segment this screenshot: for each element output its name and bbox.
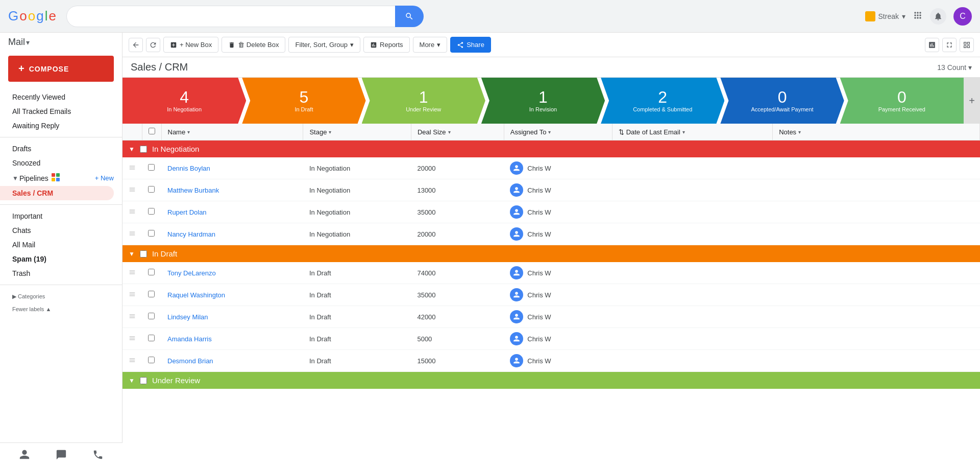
new-pipeline-link[interactable]: + New xyxy=(95,174,114,182)
assigned-sort-icon[interactable]: ▾ xyxy=(548,129,551,135)
row-name[interactable]: Nancy Hardman xyxy=(161,223,303,245)
search-input[interactable] xyxy=(66,6,395,27)
sidebar-item-all-tracked[interactable]: All Tracked Emails xyxy=(0,104,114,119)
row-checkbox-cell[interactable] xyxy=(142,284,161,306)
sidebar-item-spam[interactable]: Spam (19) xyxy=(0,252,114,266)
row-checkbox-cell[interactable] xyxy=(142,306,161,328)
select-all-checkbox[interactable] xyxy=(149,128,155,134)
notifications-icon[interactable] xyxy=(930,8,946,25)
chart-view-icon[interactable] xyxy=(925,38,939,52)
group-row-in-draft-group[interactable]: ▼ In Draft xyxy=(122,245,980,263)
sidebar-item-sales-crm[interactable]: Sales / CRM xyxy=(0,186,114,200)
row-handle[interactable] xyxy=(122,223,142,245)
row-handle[interactable] xyxy=(122,284,142,306)
search-button[interactable] xyxy=(395,6,424,27)
more-button[interactable]: More ▾ xyxy=(413,37,448,53)
pipeline-count[interactable]: 13 Count ▾ xyxy=(937,63,972,72)
row-name[interactable]: Amanda Harris xyxy=(161,328,303,350)
notes-sort-icon[interactable]: ▾ xyxy=(798,129,801,135)
mail-dropdown-icon[interactable]: ▾ xyxy=(26,38,30,46)
table-area[interactable]: Name▾ Stage▾ Deal Size▾ Assigned To▾ ⇅ D… xyxy=(122,124,980,468)
row-checkbox-cell[interactable] xyxy=(142,201,161,223)
user-avatar[interactable]: C xyxy=(953,7,972,26)
group-checkbox[interactable] xyxy=(140,146,147,153)
row-checkbox-cell[interactable] xyxy=(142,157,161,179)
row-name[interactable]: Tony DeLarenzo xyxy=(161,262,303,284)
row-checkbox[interactable] xyxy=(148,269,155,275)
row-handle[interactable] xyxy=(122,328,142,350)
stage-completed-submitted[interactable]: 2 Completed & Submitted xyxy=(601,78,724,124)
apps-icon[interactable] xyxy=(913,10,923,22)
sidebar-item-all-mail[interactable]: All Mail xyxy=(0,238,114,252)
delete-box-button[interactable]: 🗑 Delete Box xyxy=(222,37,285,53)
row-name[interactable]: Lindsey Milan xyxy=(161,306,303,328)
chat-icon[interactable] xyxy=(56,449,67,462)
sidebar-item-awaiting-reply[interactable]: Awaiting Reply xyxy=(0,119,114,133)
row-handle[interactable] xyxy=(122,179,142,201)
group-row-under-review-group[interactable]: ▼ Under Review xyxy=(122,372,980,389)
stage-in-draft[interactable]: 5 In Draft xyxy=(242,78,365,124)
table-row[interactable]: Rupert Dolan In Negotiation 35000 Chris … xyxy=(122,201,980,223)
row-handle[interactable] xyxy=(122,157,142,179)
table-row[interactable]: Raquel Washington In Draft 35000 Chris W xyxy=(122,284,980,306)
filter-button[interactable]: Filter, Sort, Group ▾ xyxy=(288,37,360,53)
phone-icon[interactable] xyxy=(92,449,104,462)
table-row[interactable]: Tony DeLarenzo In Draft 74000 Chris W xyxy=(122,262,980,284)
row-checkbox[interactable] xyxy=(148,291,155,297)
row-handle[interactable] xyxy=(122,350,142,372)
sidebar-item-chats[interactable]: Chats xyxy=(0,223,114,238)
deal-sort-icon[interactable]: ▾ xyxy=(448,129,451,135)
group-chevron[interactable]: ▼ xyxy=(129,146,135,153)
sidebar-item-snoozed[interactable]: Snoozed xyxy=(0,156,114,170)
group-chevron[interactable]: ▼ xyxy=(129,377,135,384)
table-row[interactable]: Amanda Harris In Draft 5000 Chris W xyxy=(122,328,980,350)
sidebar-item-drafts[interactable]: Drafts xyxy=(0,142,114,156)
sidebar-item-important[interactable]: Important xyxy=(0,209,114,223)
compose-button[interactable]: + COMPOSE xyxy=(8,56,114,82)
fewer-labels[interactable]: Fewer labels ▲ xyxy=(0,302,122,314)
table-row[interactable]: Nancy Hardman In Negotiation 20000 Chris… xyxy=(122,223,980,245)
row-checkbox[interactable] xyxy=(148,357,155,363)
table-row[interactable]: Matthew Burbank In Negotiation 13000 Chr… xyxy=(122,179,980,201)
stage-in-revision[interactable]: 1 In Revision xyxy=(481,78,605,124)
row-name[interactable]: Rupert Dolan xyxy=(161,201,303,223)
row-name[interactable]: Raquel Washington xyxy=(161,284,303,306)
name-sort-icon[interactable]: ▾ xyxy=(187,129,190,135)
grid-view-icon[interactable] xyxy=(960,38,974,52)
row-handle[interactable] xyxy=(122,306,142,328)
stage-accepted-await[interactable]: 0 Accepted/Await Payment xyxy=(720,78,844,124)
row-handle[interactable] xyxy=(122,201,142,223)
table-row[interactable]: Desmond Brian In Draft 15000 Chris W xyxy=(122,350,980,372)
stage-in-negotiation[interactable]: 4 In Negotiation xyxy=(122,78,246,124)
row-checkbox[interactable] xyxy=(148,164,155,171)
row-checkbox[interactable] xyxy=(148,186,155,193)
row-checkbox[interactable] xyxy=(148,230,155,237)
row-checkbox-cell[interactable] xyxy=(142,223,161,245)
contacts-icon[interactable] xyxy=(19,449,30,462)
reports-button[interactable]: Reports xyxy=(363,37,410,53)
group-checkbox[interactable] xyxy=(140,250,147,258)
stage-sort-icon[interactable]: ▾ xyxy=(329,129,331,135)
table-row[interactable]: Dennis Boylan In Negotiation 20000 Chris… xyxy=(122,157,980,179)
expand-icon[interactable] xyxy=(942,38,957,52)
row-name[interactable]: Matthew Burbank xyxy=(161,179,303,201)
date-sort-icon[interactable]: ▾ xyxy=(682,129,685,135)
pipelines-header[interactable]: ▼ Pipelines + New xyxy=(0,170,122,186)
add-stage-button[interactable]: + xyxy=(964,78,980,124)
back-button[interactable] xyxy=(129,38,143,52)
new-box-button[interactable]: + New Box xyxy=(163,37,218,53)
row-checkbox-cell[interactable] xyxy=(142,328,161,350)
table-row[interactable]: Lindsey Milan In Draft 42000 Chris W xyxy=(122,306,980,328)
group-row-in-negotiation-group[interactable]: ▼ In Negotiation xyxy=(122,141,980,158)
row-checkbox-cell[interactable] xyxy=(142,179,161,201)
row-handle[interactable] xyxy=(122,262,142,284)
row-checkbox-cell[interactable] xyxy=(142,262,161,284)
row-checkbox[interactable] xyxy=(148,313,155,319)
row-name[interactable]: Dennis Boylan xyxy=(161,157,303,179)
row-checkbox[interactable] xyxy=(148,335,155,341)
sidebar-item-trash[interactable]: Trash xyxy=(0,266,114,280)
group-chevron[interactable]: ▼ xyxy=(129,250,135,258)
sidebar-item-recently-viewed[interactable]: Recently Viewed xyxy=(0,90,114,104)
row-name[interactable]: Desmond Brian xyxy=(161,350,303,372)
refresh-button[interactable] xyxy=(146,38,160,52)
